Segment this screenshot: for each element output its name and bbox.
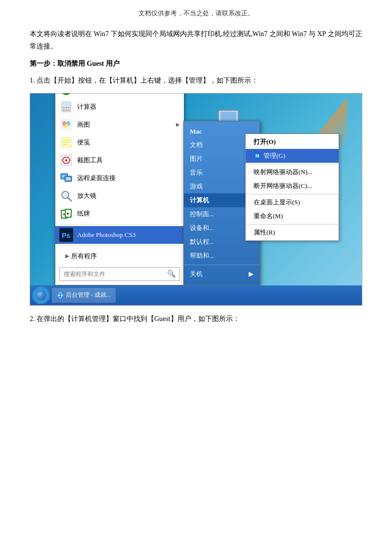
menu-item-snip[interactable]: 截图工具 [55,151,184,169]
snip-label: 截图工具 [77,156,180,165]
wmc-icon [59,93,73,96]
search-icon: 🔍 [167,270,175,278]
svg-rect-29 [66,177,71,181]
svg-rect-13 [65,109,67,111]
taskbar-button-label: 后台管理 - 成就... [66,291,111,299]
menu-item-wmc[interactable]: Windows Media Center [55,93,184,98]
context-show-desktop[interactable]: 在桌面上显示(S) [246,195,339,209]
svg-rect-12 [63,109,65,111]
svg-rect-8 [63,103,70,106]
svg-rect-10 [65,107,67,108]
svg-rect-9 [63,107,65,108]
step1-text: 1. 点击【开始】按钮，在【计算机】上右键，选择【管理】，如下图所示： [30,74,362,87]
screenshot: Mac 入门 ▶ [30,93,362,306]
context-sep1 [246,164,339,164]
taskbar-mgmt-button[interactable]: 后台管理 - 成就... [52,288,116,303]
mag-icon [59,189,73,203]
taskbar: 后台管理 - 成就... [30,285,362,305]
menu-item-mag[interactable]: 放大镜 [55,187,184,205]
start-menu: 入门 ▶ Windows Media Center [55,93,183,285]
menu-item-paint[interactable]: 画图 ▶ [55,116,184,134]
right-item-help[interactable]: 帮助和... [184,249,260,263]
menu-item-notes[interactable]: 便笺 [55,134,184,151]
svg-point-31 [63,192,68,197]
calc-label: 计算器 [77,102,180,111]
ps-label: Adobe Photoshop CS3 [77,231,180,239]
cards-icon: ♥ ♠ [59,207,73,221]
context-properties[interactable]: 属性(R) [246,226,339,239]
page-header: 文档仅供参考，不当之处，请联系改正。 [0,0,392,23]
svg-text:Ps: Ps [62,231,70,239]
intro-text: 本文将向读者说明在 Win7 下如何实现同个局域网内共享打印机.经过测试,Win… [30,28,362,52]
ps-icon: Ps [59,228,73,242]
context-open[interactable]: 打开(O) [246,135,339,149]
context-map-drive[interactable]: 映射网络驱动器(N)... [246,165,339,179]
menu-item-calc[interactable]: 计算器 [55,98,184,116]
right-item-shutdown[interactable]: 关机 ▶ [184,267,260,281]
svg-rect-11 [68,107,70,108]
context-manage[interactable]: M 管理(G) [246,149,339,163]
start-menu-left: 入门 ▶ Windows Media Center [55,93,184,285]
svg-line-32 [68,197,71,201]
cards-label: 纸牌 [77,209,180,218]
svg-point-25 [65,159,67,161]
calc-icon [59,100,73,114]
notes-icon [59,136,73,149]
menu-item-all-programs[interactable]: ▶ 所有程序 [55,247,184,265]
search-bar[interactable]: 🔍 [59,267,180,281]
all-programs-label: 所有程序 [71,252,180,261]
paint-label: 画图 [77,120,176,129]
svg-rect-14 [68,109,70,111]
section1-title: 第一步：取消禁用 Guest 用户 [30,59,362,68]
snip-icon [59,153,73,167]
menu-separator2 [59,245,180,246]
context-disconnect-drive[interactable]: 断开网络驱动器(C)... [246,179,339,193]
context-sep3 [246,224,339,225]
rdp-icon [59,171,73,185]
step2-text: 2. 在弹出的【计算机管理】窗口中找到【Guest】用户，如下图所示： [30,313,362,325]
right-separator [184,265,260,265]
notes-label: 便笺 [77,138,180,147]
ie-icon [57,292,64,299]
svg-text:M: M [256,154,260,158]
svg-point-18 [64,124,68,129]
manage-icon: M [254,152,261,159]
paint-arrow: ▶ [176,122,180,127]
context-menu: 打开(O) M 管理(G) 映射网络驱动器(N)... 断开网络驱动器(C)..… [245,134,339,241]
menu-item-rdp[interactable]: 远程桌面连接 [55,169,184,187]
context-rename[interactable]: 重命名(M) [246,209,339,223]
paint-icon [59,118,73,132]
menu-item-cards[interactable]: ♥ ♠ 纸牌 [55,205,184,223]
mag-label: 放大镜 [77,191,180,200]
context-sep2 [246,194,339,194]
menu-item-ps[interactable]: Ps Adobe Photoshop CS3 [55,226,184,244]
rdp-label: 远程桌面连接 [77,174,180,183]
start-button[interactable] [32,286,50,304]
menu-separator [59,224,180,225]
search-input[interactable] [64,271,167,278]
